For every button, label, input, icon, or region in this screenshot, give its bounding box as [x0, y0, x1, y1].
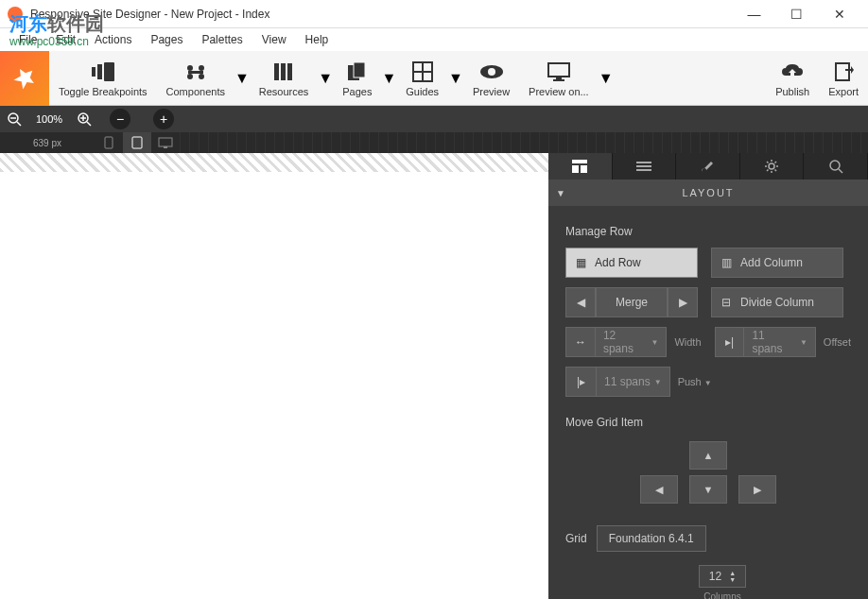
svg-rect-18 — [548, 63, 569, 77]
resources-label: Resources — [259, 86, 309, 97]
guides-icon — [412, 60, 433, 84]
export-button[interactable]: Export — [819, 54, 868, 103]
move-grid-item-label: Move Grid Item — [565, 416, 851, 429]
zoom-out-button[interactable] — [0, 106, 28, 132]
device-phone-button[interactable] — [95, 132, 123, 153]
svg-rect-32 — [164, 146, 167, 148]
components-dropdown[interactable]: ▼ — [234, 70, 250, 87]
offset-label: Offset — [824, 336, 851, 348]
push-icon-button[interactable]: |▸ — [565, 367, 596, 397]
app-badge[interactable] — [0, 51, 49, 106]
monitor-icon — [547, 60, 571, 84]
svg-rect-0 — [92, 67, 95, 77]
svg-rect-35 — [581, 165, 587, 173]
canvas-header-hatch — [0, 153, 548, 172]
svg-line-26 — [87, 122, 91, 126]
panel-tabs — [548, 153, 868, 180]
move-right-button[interactable]: ▶ — [738, 475, 776, 504]
preview-button[interactable]: Preview — [463, 54, 519, 103]
panel-header-label: LAYOUT — [682, 187, 734, 198]
add-row-button[interactable]: ▦ Add Row — [565, 248, 698, 278]
svg-rect-29 — [105, 137, 113, 148]
panel-header[interactable]: ▼ LAYOUT — [548, 180, 868, 206]
move-down-button[interactable]: ▼ — [689, 475, 727, 504]
offset-icon-button[interactable]: ▸| — [715, 327, 744, 357]
tab-search[interactable] — [804, 153, 868, 180]
dropdown-arrow-icon: ▼ — [651, 338, 658, 347]
svg-rect-7 — [188, 71, 203, 74]
svg-point-39 — [769, 163, 774, 169]
svg-rect-8 — [274, 63, 279, 80]
guides-dropdown[interactable]: ▼ — [448, 70, 463, 87]
rocket-icon — [11, 65, 38, 92]
pages-dropdown[interactable]: ▼ — [381, 70, 396, 87]
svg-rect-20 — [553, 79, 564, 81]
eye-icon — [479, 60, 504, 84]
svg-point-5 — [187, 74, 193, 79]
device-tablet-button[interactable] — [123, 132, 151, 153]
preview-on-dropdown[interactable]: ▼ — [599, 70, 614, 87]
offset-spans-select[interactable]: 11 spans ▼ — [743, 327, 815, 357]
decrease-button[interactable]: − — [110, 109, 130, 129]
svg-rect-10 — [287, 63, 292, 80]
tab-brush[interactable] — [676, 153, 740, 180]
components-button[interactable]: Components — [157, 54, 234, 103]
divide-column-label: Divide Column — [740, 296, 814, 309]
menu-pages[interactable]: Pages — [141, 30, 192, 49]
device-desktop-button[interactable] — [151, 132, 180, 153]
width-spans-select[interactable]: 12 spans ▼ — [595, 327, 667, 357]
columns-stepper[interactable]: 12 ▲▼ — [699, 565, 746, 588]
resources-dropdown[interactable]: ▼ — [318, 70, 333, 87]
guides-button[interactable]: Guides — [396, 54, 448, 103]
menu-actions[interactable]: Actions — [85, 30, 141, 49]
tab-layout[interactable] — [548, 153, 613, 180]
add-column-button[interactable]: ▥ Add Column — [711, 248, 843, 278]
preview-on-label: Preview on... — [529, 86, 589, 97]
svg-rect-19 — [556, 77, 562, 79]
components-icon — [184, 60, 207, 84]
menu-edit[interactable]: Edit — [46, 30, 85, 49]
merge-left-button[interactable]: ◀ — [565, 287, 596, 317]
publish-button[interactable]: Publish — [766, 54, 819, 103]
grid-framework-select[interactable]: Foundation 6.4.1 — [597, 525, 706, 552]
resources-button[interactable]: Resources — [250, 54, 319, 103]
preview-on-button[interactable]: Preview on... — [519, 54, 599, 103]
pages-button[interactable]: Pages — [333, 54, 381, 103]
svg-rect-1 — [97, 64, 102, 79]
close-button[interactable]: ✕ — [818, 1, 860, 27]
move-up-button[interactable]: ▲ — [689, 441, 727, 470]
menu-view[interactable]: View — [252, 30, 296, 49]
preview-label: Preview — [473, 86, 510, 97]
zoom-in-button[interactable] — [70, 106, 98, 132]
ruler[interactable] — [180, 132, 868, 153]
pages-label: Pages — [342, 86, 372, 97]
divide-column-button[interactable]: ⊟ Divide Column — [711, 287, 843, 317]
toolbar: Toggle Breakpoints Components ▼ Resource… — [0, 51, 868, 106]
tab-list[interactable] — [613, 153, 677, 180]
increase-button[interactable]: + — [153, 109, 174, 129]
svg-rect-30 — [132, 137, 142, 148]
title-bar: Responsive Site Designer - New Project -… — [0, 0, 868, 28]
maximize-button[interactable]: ☐ — [775, 1, 818, 27]
merge-button[interactable]: Merge — [596, 287, 668, 317]
push-spans-select[interactable]: 11 spans ▼ — [596, 367, 670, 397]
manage-row-label: Manage Row — [565, 225, 851, 238]
resources-icon — [272, 60, 295, 84]
merge-right-button[interactable]: ▶ — [668, 287, 698, 317]
svg-rect-2 — [104, 62, 114, 81]
breakpoints-icon — [91, 60, 115, 84]
merge-label: Merge — [616, 296, 648, 309]
tab-settings[interactable] — [740, 153, 805, 180]
toggle-breakpoints-button[interactable]: Toggle Breakpoints — [49, 54, 157, 103]
svg-rect-31 — [159, 138, 172, 146]
minimize-button[interactable]: — — [733, 1, 775, 27]
canvas[interactable] — [0, 153, 548, 599]
svg-rect-12 — [354, 62, 365, 77]
svg-line-23 — [17, 122, 21, 126]
menu-file[interactable]: File — [9, 30, 46, 49]
menu-help[interactable]: Help — [296, 30, 339, 49]
menu-palettes[interactable]: Palettes — [192, 30, 252, 49]
push-spans-value: 11 spans — [604, 375, 651, 388]
width-icon-button[interactable]: ↔ — [565, 327, 595, 357]
move-left-button[interactable]: ◀ — [640, 475, 678, 504]
